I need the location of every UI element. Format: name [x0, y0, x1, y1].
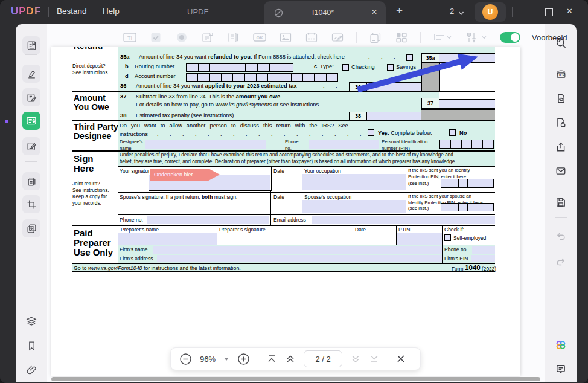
preparer-date-label: Date — [355, 227, 366, 233]
line37-amount-field[interactable] — [439, 99, 495, 109]
push-button-field-icon[interactable]: OK — [252, 31, 267, 44]
form8888-checkbox[interactable] — [406, 54, 413, 61]
designee-name-field[interactable] — [145, 140, 266, 149]
bookmarks-icon[interactable] — [22, 336, 40, 355]
firm-name-field[interactable] — [153, 246, 442, 254]
organize-pages-icon[interactable] — [22, 172, 40, 190]
attachments-icon[interactable] — [22, 361, 40, 379]
convert-icon[interactable] — [552, 89, 570, 108]
perjury-statement-1: Under penalties of perjury, I declare th… — [120, 152, 495, 159]
tpd-yes-checkbox[interactable] — [368, 129, 374, 136]
self-employed-checkbox[interactable] — [444, 234, 451, 241]
align-fields-icon[interactable] — [432, 31, 453, 44]
fill-sign-icon[interactable] — [22, 137, 40, 155]
protect-icon[interactable] — [552, 114, 570, 132]
field-properties-icon[interactable] — [464, 31, 488, 44]
signature-field-icon[interactable] — [330, 31, 345, 44]
image-field-icon[interactable] — [278, 31, 293, 44]
phone-field[interactable] — [147, 216, 269, 224]
dropdown-field-icon[interactable] — [200, 31, 215, 44]
column-divider — [353, 225, 353, 245]
home-tab-label[interactable]: UPDF — [187, 7, 208, 16]
savings-checkbox[interactable] — [387, 64, 394, 71]
save-icon[interactable] — [552, 193, 570, 211]
comment-icon[interactable] — [22, 65, 40, 83]
spouse-occupation-field[interactable] — [302, 200, 406, 213]
identity-pin-field[interactable] — [441, 179, 494, 188]
chevron-down-icon[interactable] — [458, 8, 465, 19]
last-page-button[interactable] — [369, 353, 380, 364]
column-divider — [442, 225, 443, 263]
zoom-in-button[interactable] — [237, 353, 250, 365]
ptin-field[interactable] — [397, 233, 442, 245]
ocr-icon[interactable]: OCR — [552, 65, 570, 83]
tab-count[interactable]: 2 — [450, 7, 454, 16]
text-field-icon[interactable]: TI — [123, 31, 137, 44]
line35a-amount-field[interactable] — [439, 53, 495, 63]
close-zoombar-button[interactable] — [396, 354, 406, 364]
section-divider — [72, 120, 495, 121]
zoom-dropdown-caret-icon[interactable] — [223, 356, 229, 361]
undo-icon[interactable] — [552, 227, 570, 245]
first-page-button[interactable] — [266, 353, 277, 364]
sign-here-flag[interactable]: Onderteken hier — [150, 169, 220, 181]
previous-page-button[interactable] — [285, 353, 296, 364]
shaded-band — [421, 109, 495, 120]
firm-phone-field[interactable] — [472, 246, 495, 254]
line38-amount-field[interactable] — [367, 112, 421, 121]
share-icon[interactable] — [552, 138, 570, 156]
feedback-icon[interactable] — [552, 360, 570, 378]
zoom-out-button[interactable] — [179, 353, 192, 365]
document-tab[interactable]: f1040* ✕ — [264, 1, 386, 24]
line38-number: 38 — [120, 112, 126, 118]
line36-text: Amount of line 34 you want applied to yo… — [136, 83, 297, 89]
redo-icon[interactable] — [552, 253, 570, 271]
horizontal-scrollbar[interactable] — [51, 377, 540, 381]
new-tab-button[interactable]: + — [396, 4, 403, 18]
menu-bestand[interactable]: Bestand — [57, 7, 87, 16]
radio-button-field-icon[interactable] — [174, 31, 189, 44]
copy-fields-icon[interactable] — [368, 31, 383, 44]
zoom-level[interactable]: 96% — [200, 355, 216, 364]
checking-label: Checking — [351, 64, 375, 70]
email-icon[interactable] — [552, 162, 570, 180]
preparer-name-field[interactable] — [118, 233, 217, 245]
menu-help[interactable]: Help — [103, 7, 120, 16]
crop-pages-icon[interactable] — [22, 195, 40, 213]
perjury-statement-2: belief, they are true, correct, and comp… — [120, 159, 495, 166]
page-indicator-input[interactable]: 2 / 2 — [304, 350, 342, 367]
account-button[interactable]: U — [475, 2, 506, 22]
thumbnails-icon[interactable] — [22, 312, 40, 330]
routing-number-field[interactable] — [186, 63, 293, 72]
prepare-form-icon[interactable] — [22, 112, 40, 130]
phone-label: Phone no. — [120, 217, 143, 223]
list-box-field-icon[interactable] — [226, 31, 241, 44]
tpd-phone-field[interactable] — [309, 140, 379, 149]
svg-text:TI: TI — [127, 35, 132, 41]
tpd-no-checkbox[interactable] — [449, 129, 456, 136]
close-button[interactable]: ✕ — [566, 7, 573, 16]
next-page-button[interactable] — [350, 353, 361, 364]
tab-close-icon[interactable]: ✕ — [371, 8, 377, 16]
arrange-fields-icon[interactable] — [394, 31, 409, 44]
pin-field[interactable] — [439, 140, 494, 149]
date-field-icon[interactable] — [304, 31, 319, 44]
ai-assistant-icon[interactable] — [552, 336, 570, 354]
firm-ein-field[interactable] — [471, 255, 495, 262]
your-occupation-field[interactable] — [302, 174, 406, 190]
checkbox-field-icon[interactable] — [149, 31, 163, 44]
email-field[interactable] — [312, 216, 495, 224]
line36-amount-field[interactable] — [367, 82, 421, 92]
edit-pdf-icon[interactable] — [22, 88, 40, 106]
spouse-pin-field[interactable] — [441, 203, 494, 211]
reader-icon[interactable] — [22, 36, 40, 54]
avatar[interactable]: U — [482, 4, 498, 20]
minimize-button[interactable]: — — [522, 6, 529, 15]
maximize-button[interactable] — [545, 8, 553, 16]
checking-checkbox[interactable] — [342, 64, 349, 71]
extract-icon[interactable] — [22, 219, 40, 237]
account-number-field[interactable] — [186, 73, 338, 82]
preview-toggle[interactable] — [500, 32, 520, 43]
app-window: UPDF Bestand Help UPDF f1040* ✕ + 2 U — … — [0, 0, 588, 383]
firm-address-field[interactable] — [157, 255, 442, 262]
